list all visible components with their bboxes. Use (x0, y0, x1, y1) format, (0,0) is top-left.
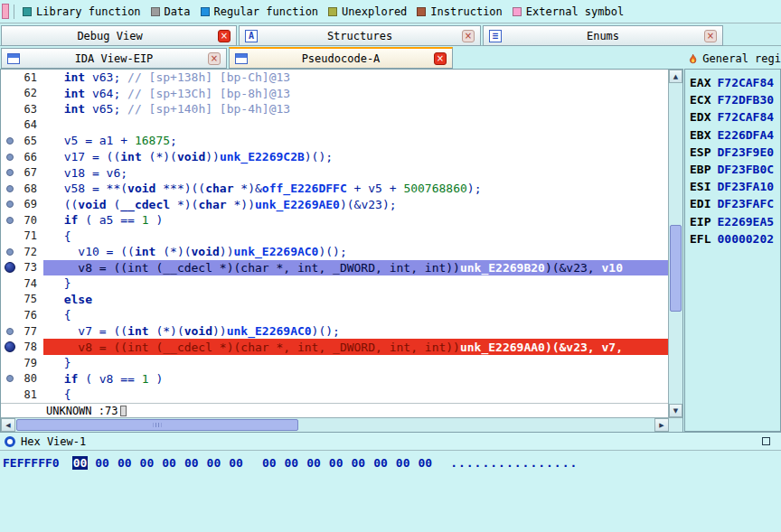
registers-panel-header[interactable]: General regi (684, 48, 781, 69)
code-text[interactable]: v8 = ((int (__cdecl *)(char *, int, _DWO… (43, 260, 668, 276)
code-text[interactable]: v8 = ((int (__cdecl *)(char *, int, _DWO… (43, 339, 668, 355)
vertical-scroll-thumb[interactable] (670, 225, 682, 312)
line-gutter[interactable]: 67 (1, 164, 43, 181)
close-icon[interactable]: × (704, 30, 717, 42)
code-line[interactable]: 70 if ( a5 == 1 ) (1, 212, 668, 229)
hex-byte[interactable]: 00 (328, 456, 344, 470)
register-row[interactable]: EDXF72CAF84 (685, 108, 780, 126)
code-line[interactable]: 77 v7 = ((int (*)(void))unk_E2269AC0)(); (1, 323, 668, 340)
close-icon[interactable]: × (434, 52, 447, 65)
code-line[interactable]: 68 v58 = **(void ***)((char *)&off_E226D… (1, 181, 668, 197)
register-value[interactable]: DF23FB0C (717, 163, 774, 176)
hex-byte[interactable]: 00 (417, 456, 433, 470)
code-text[interactable]: v17 = ((int (*)(void))unk_E2269C2B)(); (43, 149, 668, 165)
register-row[interactable]: EIPE2269EA5 (685, 213, 780, 230)
line-gutter[interactable]: 71 (1, 228, 43, 244)
register-row[interactable]: EAXF72CAF84 (685, 74, 780, 91)
hex-byte[interactable]: 00 (372, 456, 389, 470)
line-gutter[interactable]: 73 (1, 260, 43, 276)
vertical-scrollbar[interactable]: ▲ ▼ (668, 70, 682, 417)
line-gutter[interactable]: 76 (1, 307, 43, 323)
line-gutter[interactable]: 63 (1, 101, 43, 117)
code-text[interactable]: v5 = a1 + 16875; (43, 133, 668, 149)
code-text[interactable]: v7 = ((int (*)(void))unk_E2269AC0)(); (43, 323, 668, 340)
code-line[interactable]: 74 } (1, 275, 668, 292)
line-gutter[interactable]: 74 (1, 275, 43, 292)
line-gutter[interactable]: 64 (1, 117, 43, 134)
breakpoint-icon[interactable] (6, 185, 14, 192)
register-value[interactable]: E226DFA4 (717, 128, 774, 142)
code-text[interactable]: else (43, 292, 668, 308)
code-line[interactable]: 76 { (1, 307, 668, 323)
hex-bytes[interactable]: 00000000000000000000000000000000 (72, 456, 440, 470)
register-value[interactable]: DF23FA10 (717, 180, 774, 193)
line-gutter[interactable]: 80 (1, 370, 43, 387)
register-value[interactable]: F72CAF84 (717, 110, 774, 124)
code-line[interactable]: 64 (1, 117, 668, 134)
code-text[interactable]: int v64; // [sp+13Ch] [bp-8h]@13 (43, 86, 668, 102)
code-text[interactable]: int v65; // [sp+140h] [bp-4h]@13 (43, 101, 668, 117)
code-line[interactable]: 66 v17 = ((int (*)(void))unk_E2269C2B)()… (1, 149, 668, 165)
code-lines[interactable]: 61 int v63; // [sp+138h] [bp-Ch]@1362 in… (1, 70, 668, 403)
line-gutter[interactable]: 69 (1, 196, 43, 212)
code-text[interactable]: if ( v8 == 1 ) (43, 370, 668, 387)
line-gutter[interactable]: 72 (1, 244, 43, 260)
code-line[interactable]: 73 v8 = ((int (__cdecl *)(char *, int, _… (1, 260, 668, 276)
close-icon[interactable]: × (208, 52, 221, 65)
float-window-icon[interactable] (762, 437, 770, 445)
register-value[interactable]: 00000202 (717, 232, 774, 246)
close-icon[interactable]: × (218, 30, 231, 42)
hex-byte[interactable]: 00 (351, 456, 367, 470)
hex-byte[interactable]: 00 (228, 456, 244, 470)
code-text[interactable]: int v63; // [sp+138h] [bp-Ch]@13 (43, 70, 668, 86)
breakpoint-icon[interactable] (5, 341, 15, 352)
code-text[interactable]: if ( a5 == 1 ) (43, 212, 668, 229)
code-text[interactable]: v10 = ((int (*)(void))unk_E2269AC0)(); (43, 244, 668, 260)
line-gutter[interactable]: 81 (1, 387, 43, 403)
horizontal-scrollbar[interactable]: ◀ ▶ (1, 417, 669, 432)
breakpoint-icon[interactable] (6, 375, 14, 382)
code-line[interactable]: 63 int v65; // [sp+140h] [bp-4h]@13 (1, 101, 668, 117)
register-row[interactable]: EFL00000202 (685, 230, 780, 247)
line-gutter[interactable]: 77 (1, 323, 43, 340)
line-gutter[interactable]: 70 (1, 212, 43, 229)
breakpoint-icon[interactable] (6, 217, 14, 224)
hex-byte[interactable]: 00 (72, 456, 89, 470)
hex-byte[interactable]: 00 (206, 456, 222, 470)
hex-byte[interactable]: 00 (139, 456, 155, 470)
code-line[interactable]: 71 { (1, 228, 668, 244)
breakpoint-icon[interactable] (6, 201, 14, 208)
breakpoint-icon[interactable] (6, 137, 14, 145)
scroll-up-icon[interactable]: ▲ (669, 70, 682, 83)
tab-pseudocode-a[interactable]: Pseudocode-A × (229, 47, 453, 69)
code-line[interactable]: 78 v8 = ((int (__cdecl *)(char *, int, _… (1, 339, 668, 355)
code-text[interactable] (43, 117, 668, 134)
horizontal-scroll-thumb[interactable] (16, 419, 298, 431)
code-line[interactable]: 75 else (1, 292, 668, 308)
register-row[interactable]: ESIDF23FA10 (685, 178, 780, 195)
breakpoint-icon[interactable] (6, 154, 14, 161)
register-row[interactable]: EDIDF23FAFC (685, 195, 780, 212)
hex-content[interactable]: FEFFFFF0 0000000000000000000000000000000… (3, 456, 578, 470)
line-gutter[interactable]: 61 (1, 70, 43, 86)
code-text[interactable]: } (43, 275, 668, 292)
hex-byte[interactable]: 00 (395, 456, 411, 470)
register-row[interactable]: EBXE226DFA4 (685, 126, 780, 144)
code-line[interactable]: 67 v18 = v6; (1, 164, 668, 181)
code-line[interactable]: 80 if ( v8 == 1 ) (1, 370, 668, 387)
register-row[interactable]: ECXF72DFB30 (685, 91, 780, 108)
hex-byte[interactable]: 00 (183, 456, 200, 470)
code-line[interactable]: 61 int v63; // [sp+138h] [bp-Ch]@13 (1, 70, 668, 86)
tab-debug-view[interactable]: Debug View × (1, 25, 237, 46)
line-gutter[interactable]: 75 (1, 292, 43, 308)
breakpoint-icon[interactable] (6, 169, 14, 176)
breakpoint-icon[interactable] (6, 328, 14, 335)
tab-ida-view-eip[interactable]: IDA View-EIP × (1, 48, 227, 69)
register-value[interactable]: F72CAF84 (717, 76, 774, 89)
register-row[interactable]: ESPDF23F9E0 (685, 144, 780, 161)
hex-view-header[interactable]: Hex View-1 (0, 432, 781, 451)
hex-byte[interactable]: 00 (94, 456, 110, 470)
line-gutter[interactable]: 65 (1, 133, 43, 149)
hex-byte[interactable]: 00 (261, 456, 278, 470)
close-icon[interactable]: × (462, 30, 475, 42)
